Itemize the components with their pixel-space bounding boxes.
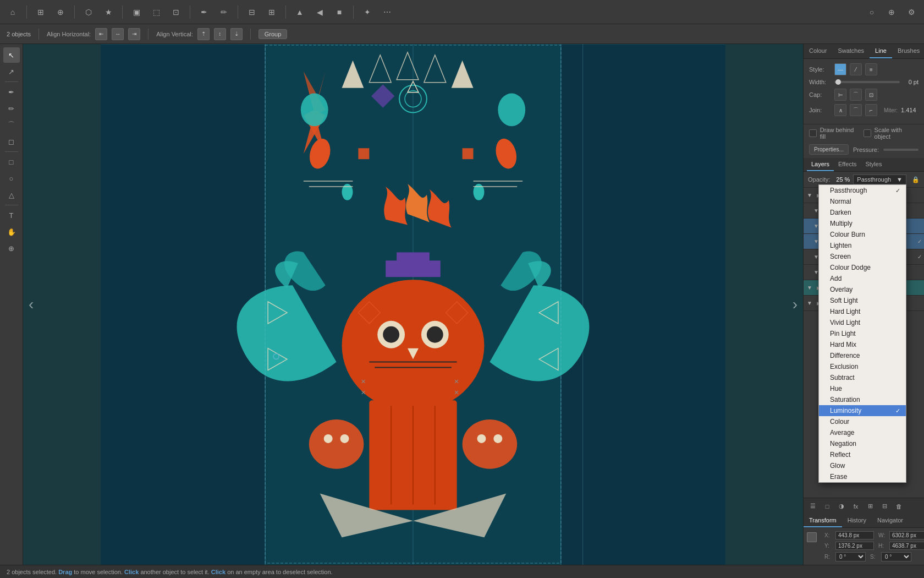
layer-visibility-icon[interactable]: ▼: [806, 192, 813, 199]
cap-butt-btn[interactable]: ⊢: [834, 89, 846, 101]
blend-mode-button[interactable]: Passthrough ▼: [853, 175, 906, 184]
blend-mode-item-passthrough[interactable]: Passthrough✓: [819, 185, 906, 196]
properties-button[interactable]: Properties...: [809, 144, 849, 155]
blend-mode-dropdown[interactable]: Passthrough✓NormalDarkenMultiplyColour B…: [818, 184, 906, 483]
cap-square-btn[interactable]: ⊡: [865, 89, 877, 101]
blend-mode-item-average[interactable]: Average: [819, 427, 906, 438]
blend-mode-item-negation[interactable]: Negation: [819, 438, 906, 449]
blend-mode-item-glow[interactable]: Glow: [819, 460, 906, 471]
tab-brushes[interactable]: Brushes: [892, 44, 924, 58]
erase-tool[interactable]: ◻: [3, 134, 20, 149]
pen-tool[interactable]: ✒: [3, 84, 20, 100]
canvas-area[interactable]: ✕ ✕ ✕ ✕ ‹ ›: [23, 44, 803, 565]
tab-effects[interactable]: Effects: [834, 158, 861, 171]
style-solid-btn[interactable]: —: [834, 63, 846, 75]
node-tool[interactable]: ↗: [3, 64, 20, 79]
brush-tool[interactable]: ⌒: [3, 117, 20, 133]
more-icon[interactable]: ⋯: [379, 4, 395, 20]
join-bevel-btn[interactable]: ⌐: [865, 104, 877, 116]
settings-icon[interactable]: ⚙: [903, 4, 920, 20]
canvas-next-arrow[interactable]: ›: [793, 296, 798, 313]
tf-y-input[interactable]: [835, 542, 874, 550]
scale-with-object-checkbox[interactable]: [864, 129, 871, 137]
shape-tool[interactable]: □: [3, 154, 20, 170]
ellipse-tool[interactable]: ○: [3, 171, 20, 186]
view-icon[interactable]: ⊟: [244, 4, 260, 20]
transform-icon[interactable]: ⊡: [168, 4, 184, 20]
zoom-tool[interactable]: ⊕: [3, 241, 20, 256]
delete-layer-btn[interactable]: 🗑: [893, 500, 905, 512]
layer-visibility-icon[interactable]: ▼: [806, 299, 813, 307]
duplicate-btn[interactable]: ⊟: [878, 500, 890, 512]
canvas-prev-arrow[interactable]: ‹: [29, 296, 34, 313]
select-tool[interactable]: ↖: [3, 47, 20, 63]
blend-mode-item-saturation[interactable]: Saturation: [819, 394, 906, 405]
star-icon[interactable]: ★: [100, 4, 117, 20]
blend-mode-item-difference[interactable]: Difference: [819, 350, 906, 361]
export-icon[interactable]: ▲: [292, 4, 308, 20]
align-center-icon[interactable]: ■: [331, 4, 348, 20]
blend-mode-item-colour-burn[interactable]: Colour Burn: [819, 229, 906, 240]
blend-mode-item-screen[interactable]: Screen: [819, 251, 906, 262]
layer-visibility-icon[interactable]: ▼: [806, 284, 813, 292]
tab-colour[interactable]: Colour: [804, 44, 832, 58]
draw-behind-checkbox[interactable]: [809, 129, 817, 137]
layers-btn[interactable]: ☰: [807, 500, 819, 512]
blend-mode-item-exclusion[interactable]: Exclusion: [819, 361, 906, 372]
blend-mode-item-pin-light[interactable]: Pin Light: [819, 328, 906, 339]
tab-layers[interactable]: Layers: [807, 158, 834, 171]
blend-mode-item-reflect[interactable]: Reflect: [819, 449, 906, 460]
align-right-button[interactable]: ⇥: [128, 28, 140, 40]
align-left-button[interactable]: ⇤: [95, 28, 107, 40]
blend-mode-item-overlay[interactable]: Overlay: [819, 284, 906, 295]
add-layer-btn[interactable]: □: [821, 500, 833, 512]
triangle-tool[interactable]: △: [3, 187, 20, 203]
pencil-icon[interactable]: ✏: [216, 4, 232, 20]
tab-navigator[interactable]: Navigator: [872, 514, 909, 527]
blend-mode-item-multiply[interactable]: Multiply: [819, 218, 906, 229]
search-icon[interactable]: ○: [864, 4, 880, 20]
align-top-button[interactable]: ⇡: [197, 28, 210, 40]
text-tool[interactable]: T: [3, 208, 20, 223]
blend-mode-item-hue[interactable]: Hue: [819, 383, 906, 394]
align-center-v-button[interactable]: ↕: [214, 28, 226, 40]
join-round-btn[interactable]: ⌒: [850, 104, 862, 116]
tab-transform[interactable]: Transform: [804, 514, 842, 527]
grid-icon[interactable]: ⊞: [32, 4, 49, 20]
select-rect-icon[interactable]: ▣: [128, 4, 145, 20]
tf-s-dropdown[interactable]: 0 °: [881, 552, 911, 561]
group-button[interactable]: Group: [258, 29, 288, 39]
tab-history[interactable]: History: [842, 514, 872, 527]
blend-mode-item-luminosity[interactable]: Luminosity✓: [819, 405, 906, 416]
blend-mode-item-add[interactable]: Add: [819, 273, 906, 284]
tf-x-input[interactable]: [835, 531, 874, 539]
blend-mode-item-normal[interactable]: Normal: [819, 196, 906, 207]
blend-mode-item-subtract[interactable]: Subtract: [819, 372, 906, 383]
pen-icon[interactable]: ✒: [196, 4, 212, 20]
connect-icon[interactable]: ⊕: [52, 4, 69, 20]
tf-h-input[interactable]: [889, 542, 924, 550]
blend-mode-item-darken[interactable]: Darken: [819, 207, 906, 218]
blend-mode-item-hard-light[interactable]: Hard Light: [819, 306, 906, 317]
select-free-icon[interactable]: ⬚: [148, 4, 164, 20]
align-left-icon[interactable]: ◀: [311, 4, 328, 20]
blend-mode-item-colour-dodge[interactable]: Colour Dodge: [819, 262, 906, 273]
style-dotdash-btn[interactable]: ≡: [865, 63, 877, 75]
align-bottom-button[interactable]: ⇣: [230, 28, 243, 40]
style-dash-btn[interactable]: ⁄: [850, 63, 862, 75]
tab-styles[interactable]: Styles: [861, 158, 886, 171]
hand-tool[interactable]: ✋: [3, 224, 20, 239]
blend-mode-item-vivid-light[interactable]: Vivid Light: [819, 317, 906, 328]
blend-mode-item-soft-light[interactable]: Soft Light: [819, 295, 906, 306]
width-slider-knob[interactable]: [835, 79, 841, 85]
join-miter-btn[interactable]: ∧: [834, 104, 846, 116]
group-layers-btn[interactable]: ⊞: [864, 500, 876, 512]
hexagon-icon[interactable]: ⬡: [80, 4, 97, 20]
mask-btn[interactable]: ◑: [835, 500, 848, 512]
cap-round-btn[interactable]: ⌒: [850, 89, 862, 101]
tf-r-dropdown[interactable]: 0 °: [835, 552, 866, 561]
tab-swatches[interactable]: Swatches: [832, 44, 870, 58]
snap-icon[interactable]: ✦: [359, 4, 376, 20]
fx-btn[interactable]: fx: [850, 500, 862, 512]
home-icon[interactable]: ⌂: [4, 4, 21, 20]
